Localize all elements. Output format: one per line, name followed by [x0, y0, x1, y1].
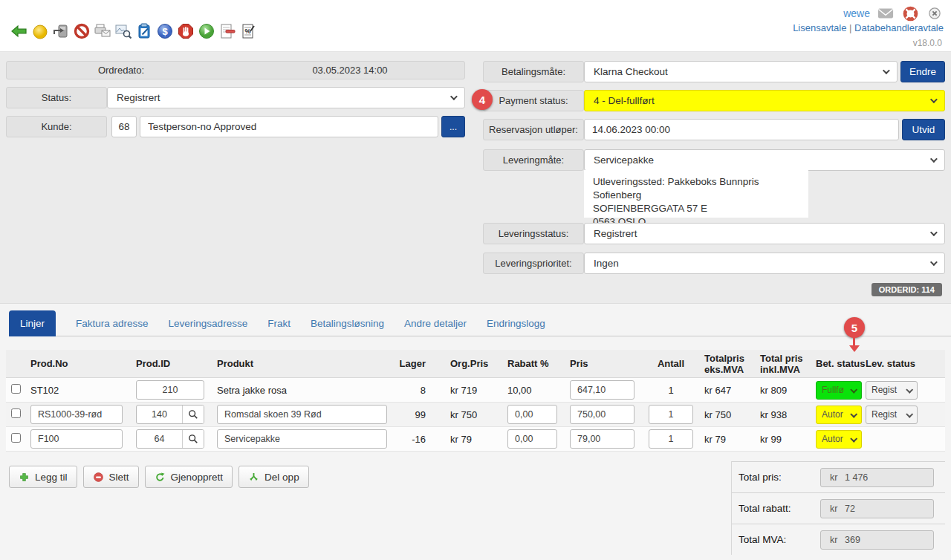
total-mva-label: Total MVA: — [739, 534, 820, 545]
clipboard-icon[interactable] — [135, 22, 153, 40]
header-bet-status: Bet. status — [816, 358, 866, 369]
cancel-icon[interactable] — [73, 22, 91, 40]
prod-id-field[interactable] — [137, 430, 182, 448]
tab-linjer[interactable]: Linjer — [9, 310, 56, 336]
pris-field[interactable] — [570, 380, 634, 400]
slett-button[interactable]: Slett — [83, 466, 139, 488]
reservasjon-field[interactable] — [584, 119, 899, 140]
leveringsstatus-label: Leveringsstatus: — [483, 223, 584, 244]
back-icon[interactable] — [10, 22, 28, 40]
leveringsprioritet-label: Leveringsprioritet: — [483, 253, 584, 274]
rabatt-field[interactable] — [507, 429, 557, 449]
tab-frakt[interactable]: Frakt — [267, 318, 291, 329]
split-icon — [248, 472, 259, 483]
close-icon[interactable] — [926, 4, 944, 22]
export-device-icon[interactable] — [52, 22, 70, 40]
payment-status-select[interactable]: 4 - Del-fullført — [584, 90, 945, 111]
leveringsprioritet-select[interactable]: Ingen — [584, 253, 945, 274]
envelope-icon[interactable] — [877, 4, 895, 22]
bet-status-value: Autor — [822, 409, 843, 420]
bet-status-select[interactable]: Fullfø — [816, 381, 862, 400]
row-checkbox[interactable] — [11, 384, 21, 394]
produkt-field[interactable] — [217, 429, 387, 449]
edit-percent-document-icon[interactable]: % — [239, 22, 257, 40]
print-mail-icon[interactable] — [94, 22, 111, 40]
antall-field[interactable] — [649, 405, 693, 424]
cell-total-eks: kr 647 — [693, 385, 760, 396]
utvid-button[interactable]: Utvid — [902, 119, 945, 140]
table-row: -16 kr 79 kr 79 kr 99 Autor — [6, 427, 945, 452]
tab-faktura-adresse[interactable]: Faktura adresse — [76, 318, 149, 329]
gjenopprett-button[interactable]: Gjenopprett — [145, 466, 233, 488]
chevron-down-icon — [883, 67, 890, 74]
prod-id-field[interactable] — [137, 406, 182, 423]
lower-panel: Linjer Faktura adresse Leveringsadresse … — [0, 303, 951, 560]
del-opp-button[interactable]: Del opp — [238, 466, 309, 488]
leveringmate-select[interactable]: Servicepakke — [584, 149, 945, 171]
cell-total-inkl: kr 938 — [760, 409, 816, 420]
help-lifebuoy-icon[interactable] — [901, 4, 919, 22]
endre-button[interactable]: Endre — [900, 61, 945, 82]
bet-status-value: Fullfø — [822, 385, 844, 395]
top-bar: $ % wewe — [0, 0, 951, 52]
lev-status-select[interactable]: Regist — [866, 381, 918, 400]
cell-produkt: Setra jakke rosa — [212, 385, 394, 396]
lev-status-select[interactable]: Regist — [866, 406, 918, 424]
line-actions: Legg til Slett Gjenopprett Del opp — [9, 466, 309, 488]
cell-lager: 99 — [394, 409, 433, 420]
chevron-down-icon — [906, 385, 913, 393]
betalingsmate-select[interactable]: Klarna Checkout — [584, 61, 898, 82]
cell-total-inkl: kr 99 — [760, 434, 816, 445]
rabatt-field[interactable] — [507, 405, 557, 424]
cell-antall: 1 — [649, 385, 693, 396]
kunde-browse-button[interactable]: ... — [441, 116, 465, 137]
kunde-name-field[interactable] — [140, 116, 438, 137]
row-checkbox[interactable] — [11, 408, 21, 418]
cell-total-eks: kr 79 — [693, 434, 760, 445]
annotation-marker-4: 4 — [472, 89, 493, 110]
produkt-field[interactable] — [217, 405, 387, 424]
legg-til-button[interactable]: Legg til — [9, 466, 77, 488]
tab-strip: Linjer Faktura adresse Leveringsadresse … — [9, 310, 951, 336]
antall-field[interactable] — [649, 429, 693, 449]
leveringmate-label: Leveringmåte: — [483, 149, 584, 171]
leveringsstatus-select[interactable]: Registrert — [584, 223, 945, 244]
prod-no-field[interactable] — [30, 405, 123, 424]
info-line-2: SOFIENBERGGATA 57 E — [593, 202, 799, 215]
prod-no-field[interactable] — [30, 429, 123, 449]
product-search-button[interactable] — [182, 406, 204, 423]
gdpr-link[interactable]: Databehandleravtale — [854, 22, 944, 33]
pris-field[interactable] — [570, 405, 634, 424]
payment-dollar-icon[interactable]: $ — [156, 22, 174, 40]
tab-leveringsadresse[interactable]: Leveringsadresse — [169, 318, 248, 329]
kunde-id-field[interactable] — [111, 116, 137, 137]
total-pris-row: Total pris: kr1 476 — [732, 461, 945, 492]
leveringsstatus-value: Registrert — [594, 228, 637, 239]
status-select[interactable]: Registrert — [107, 87, 465, 108]
header-totalpris-eks-mva: Totalpriseks.MVA — [693, 353, 760, 375]
stop-hand-icon[interactable] — [177, 22, 195, 40]
pris-field[interactable] — [570, 429, 634, 449]
image-search-icon[interactable] — [114, 22, 132, 40]
lev-status-value: Regist — [872, 385, 897, 395]
svg-text:$: $ — [162, 26, 168, 37]
remove-line-document-icon[interactable] — [218, 22, 236, 40]
tab-andre-detaljer[interactable]: Andre detaljer — [404, 318, 467, 329]
product-search-button[interactable] — [182, 430, 204, 448]
bet-status-select[interactable]: Autor — [816, 406, 862, 424]
play-icon[interactable] — [198, 22, 215, 40]
tab-betalingslosning[interactable]: Betalingsløsning — [311, 318, 384, 329]
chevron-down-icon — [930, 155, 938, 163]
user-link[interactable]: wewe — [843, 7, 870, 19]
leveringsprioritet-value: Ingen — [594, 258, 619, 269]
row-checkbox[interactable] — [11, 433, 21, 443]
prod-id-field[interactable] — [136, 380, 204, 400]
header-org-pris: Org.Pris — [433, 358, 502, 369]
cell-org-pris: kr 750 — [433, 409, 502, 420]
tab-endringslogg[interactable]: Endringslogg — [487, 318, 545, 329]
bet-status-select[interactable]: Autor — [816, 430, 862, 449]
coin-icon[interactable] — [31, 22, 49, 40]
license-link[interactable]: Lisensavtale — [793, 22, 846, 33]
table-header-row: Prod.No Prod.ID Produkt Lager Org.Pris R… — [6, 350, 945, 378]
total-mva-row: Total MVA: kr369 — [732, 524, 945, 555]
